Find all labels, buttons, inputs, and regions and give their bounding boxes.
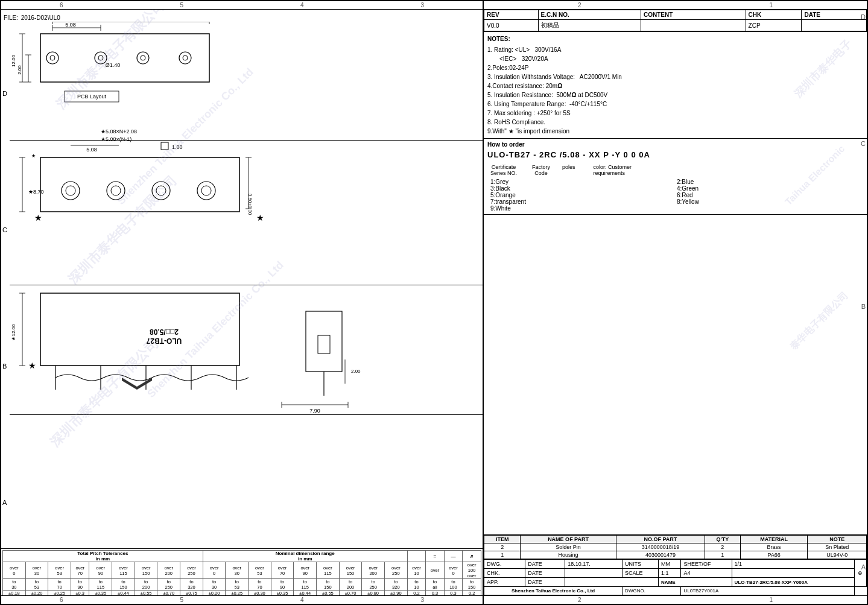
svg-text:2.00: 2.00: [17, 65, 22, 75]
bom-qty-header: Q'TY: [705, 536, 741, 543]
row-divider-B: [10, 414, 483, 415]
order-labels: CertificateSeries NO. FactoryCode poles …: [487, 164, 863, 176]
scale-value: 1:1: [659, 569, 681, 578]
svg-point-6: [141, 55, 145, 60]
file-label: FILE: 2016-D02\UL0: [4, 14, 60, 21]
bom-name-header: NAME OF PART: [521, 536, 616, 543]
svg-text:★5.08×N+2.08: ★5.08×N+2.08: [101, 128, 137, 135]
svg-point-37: [107, 182, 125, 200]
sheet-label: SHEET/OF: [681, 560, 732, 569]
col-numbers-bottom-right: 2 1: [484, 595, 867, 604]
svg-point-40: [156, 186, 166, 195]
svg-text:Ø1.40: Ø1.40: [106, 62, 121, 68]
color-6: 6:Red: [677, 192, 863, 198]
col-3-bottom: 3: [420, 597, 424, 603]
bom-name-2: Solder Pin: [521, 543, 616, 551]
svg-rect-69: [318, 335, 330, 353]
requirements-label: requirements: [594, 170, 632, 176]
svg-text:★: ★: [28, 361, 36, 370]
row-B-left: B: [2, 363, 7, 370]
dwgno-value: UL0TB27Y001A: [681, 587, 854, 595]
col-2-top: 2: [578, 2, 581, 8]
row-D-right: D: [861, 13, 866, 21]
row-C-left: C: [2, 226, 7, 233]
note-9: 9.With" ★ "is import dimension: [487, 127, 863, 136]
main-container: 6 5 4 3 FILE: 2016-D02\UL0 D C B A 深圳市泰华…: [0, 0, 868, 605]
bom-note-1: UL94V-0: [808, 551, 867, 559]
paper-value: A4: [681, 569, 732, 578]
app-label: APP.: [484, 578, 525, 587]
col-6-bottom: 6: [60, 597, 63, 603]
note-4: 4.Contact resistance: 20mΩ: [487, 81, 863, 90]
color-2: 2:Blue: [677, 179, 863, 185]
svg-point-35: [62, 182, 80, 200]
svg-rect-34: [40, 157, 239, 212]
chk-footer-label: CHK.: [484, 569, 525, 578]
color-3: 3:Black: [490, 185, 677, 192]
svg-point-39: [152, 182, 170, 200]
svg-point-42: [201, 186, 211, 195]
svg-point-1: [46, 52, 59, 64]
col-numbers-top-right: 2 1: [484, 1, 867, 10]
color-8: 8:Yellow: [677, 198, 863, 205]
author-value: 初稿品: [538, 20, 641, 31]
row-D-left: D: [2, 90, 7, 97]
bom-qty-2: 2: [705, 543, 741, 551]
note-6: 6. Using Temperature Range: -40°C/+115°C: [487, 100, 863, 109]
app-date-label: DATE: [525, 578, 565, 587]
order-model: ULO-TB27 - 2RC /5.08 - XX P -Y 0 0 0A: [487, 150, 863, 159]
svg-text:2.00: 2.00: [351, 369, 361, 374]
technical-drawing-svg: 5.08 5.08×(N-1) 12.00 2.00 Ø1.40: [10, 22, 483, 462]
row-B-right: B: [861, 303, 866, 310]
svg-point-7: [179, 52, 191, 64]
row-letters-left: D C B A: [2, 25, 7, 571]
customer-label: Customer: [608, 164, 632, 170]
col-4-top: 4: [300, 2, 304, 8]
svg-rect-32: [161, 142, 168, 150]
bom-note-2: Sn Plated: [808, 543, 867, 551]
col-3-top: 3: [420, 2, 424, 8]
svg-rect-54: [40, 293, 239, 366]
spacer: [484, 215, 867, 534]
svg-point-38: [111, 186, 121, 195]
svg-text:5.08: 5.08: [65, 22, 76, 28]
color-4: 4:Green: [677, 185, 863, 192]
color-section-label: color: Customer requirements: [594, 164, 632, 176]
svg-text:ULO-TB27: ULO-TB27: [146, 337, 182, 345]
col-numbers-bottom: 6 5 4 3: [1, 595, 483, 604]
color-title: color: Customer: [594, 164, 632, 170]
svg-text:★: ★: [34, 213, 42, 223]
col-5-bottom: 5: [180, 597, 183, 603]
svg-text:2□□/5.08: 2□□/5.08: [150, 328, 179, 336]
bom-item-header: ITEM: [484, 536, 521, 543]
row-divider-D: [10, 140, 483, 141]
svg-text:5.08: 5.08: [86, 147, 97, 153]
color-5: 5:Orange: [490, 192, 677, 198]
part-name-value: ULO-TB27-2RC/5.08-XXP-Y000A: [732, 578, 854, 587]
units-value: MM: [659, 560, 681, 569]
color-7: 7:transparent: [490, 198, 677, 205]
svg-point-36: [66, 186, 75, 195]
units-label: UNITS: [622, 560, 659, 569]
company-name: Shenzhen Taihua Electronic Co., Ltd: [484, 587, 622, 595]
col-6-top: 6: [60, 2, 63, 8]
svg-point-41: [197, 182, 215, 200]
col-2-bottom: 2: [578, 597, 581, 603]
bom-part-2: 3140000018/19: [616, 543, 705, 551]
poles-label: poles: [562, 164, 575, 176]
color-list: 1:Grey 2:Blue 3:Black 4:Green 5:Orange 6…: [487, 179, 863, 212]
bom-row-1: 1 Housing 4030001479 1 PA66 UL94V-0: [484, 551, 867, 559]
content-label: CONTENT: [641, 10, 746, 20]
svg-point-5: [137, 52, 149, 64]
svg-point-8: [183, 55, 188, 60]
dwg-label: DWG.: [484, 560, 525, 569]
info-table: REV E.C.N NO. CONTENT CHK DATE V0.0 初稿品 …: [484, 10, 867, 31]
bom-item-1: 1: [484, 551, 521, 559]
dwg-date-value: 18.10.17.: [565, 560, 622, 569]
note-1b: <IEC> 320V/20A: [499, 54, 863, 63]
col-1-bottom: 1: [769, 597, 773, 603]
note-7: 7. Max soldering : +250° for 5S: [487, 109, 863, 118]
bom-item-2: 2: [484, 543, 521, 551]
scale-label: SCALE: [622, 569, 659, 578]
row-C-right: C: [861, 140, 866, 147]
